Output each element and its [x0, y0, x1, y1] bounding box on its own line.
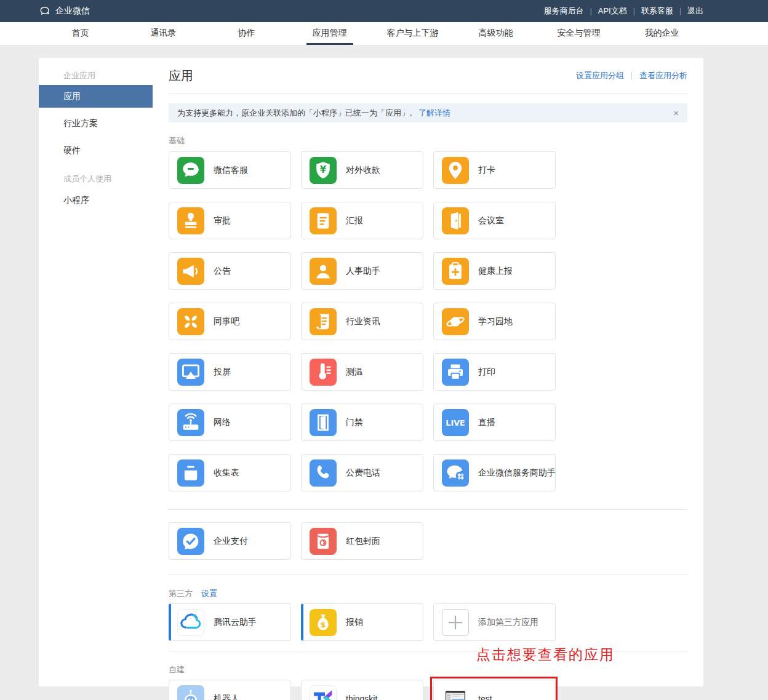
topbar-link-0[interactable]: 服务商后台 [544, 6, 584, 17]
app-card[interactable]: test [433, 680, 556, 700]
clipboard-plus-icon [442, 258, 469, 285]
app-label: 直播 [478, 417, 495, 428]
sidebar-item[interactable]: 行业方案 [39, 111, 153, 135]
notice-detail-link[interactable]: 了解详情 [418, 108, 450, 119]
app-label: 同事吧 [214, 316, 239, 327]
nav-tab-3[interactable]: 应用管理 [288, 22, 371, 45]
topbar-link-3[interactable]: 退出 [687, 6, 703, 17]
plus-icon [442, 609, 469, 636]
app-card[interactable]: 收集表 [169, 454, 291, 491]
app-card[interactable]: 机器人 [169, 680, 291, 700]
app-card[interactable]: 汇报 [301, 202, 423, 239]
app-label: test [478, 694, 492, 700]
app-card[interactable]: 红包封面 [301, 522, 423, 560]
section-label: 基础 [169, 135, 185, 146]
app-label: thingskit [346, 694, 377, 700]
collect-box-icon [177, 459, 204, 487]
location-pin-icon [442, 157, 469, 184]
tencent-cloud-icon [177, 609, 204, 636]
app-card[interactable]: 企业支付 [169, 522, 291, 560]
app-card[interactable]: 人事助手 [301, 252, 423, 290]
nav-tab-1[interactable]: 通讯录 [122, 22, 205, 45]
screen-cast-icon [177, 359, 204, 386]
app-card[interactable]: 腾讯云助手 [169, 603, 291, 641]
app-card[interactable]: 打印 [433, 353, 556, 391]
app-label: 门禁 [346, 417, 363, 428]
app-label: 对外收款 [346, 165, 380, 176]
app-label: 企业微信服务商助手 [478, 467, 556, 479]
section-action-link[interactable]: 设置 [201, 588, 217, 599]
app-card[interactable]: 门禁 [301, 404, 423, 441]
app-card[interactable]: 网络 [169, 404, 291, 441]
app-card[interactable]: 审批 [169, 202, 291, 239]
section-divider [169, 509, 687, 510]
pay-check-icon [177, 528, 204, 555]
app-card[interactable]: 测温 [301, 353, 423, 391]
notice-text: 为支持更多能力，原企业关联添加的「小程序」已统一为「应用」。 [177, 108, 417, 119]
section-head: 第三方设置 [169, 589, 687, 599]
app-card[interactable]: 公费电话 [301, 454, 423, 491]
nav-tab-0[interactable]: 首页 [39, 22, 122, 45]
person-icon [310, 258, 337, 285]
app-card[interactable]: LIVE直播 [433, 404, 556, 441]
section-label: 自建 [169, 664, 185, 675]
sidebar-item[interactable]: 硬件 [39, 138, 153, 162]
app-card[interactable]: 打卡 [433, 151, 556, 189]
header-action-0[interactable]: 设置应用分组 [576, 70, 624, 81]
close-icon[interactable]: × [673, 108, 679, 117]
app-card[interactable]: 行业资讯 [301, 303, 423, 340]
app-card[interactable]: 投屏 [169, 353, 291, 391]
robot-icon [177, 685, 204, 700]
section-head: 基础 [169, 136, 687, 146]
nav-tab-7[interactable]: 我的企业 [620, 22, 703, 45]
app-label: 微信客服 [214, 165, 248, 176]
sidebar: 企业应用应用行业方案硬件成员个人使用小程序 [39, 58, 153, 686]
sidebar-group-header: 成员个人使用 [39, 170, 153, 188]
app-card[interactable]: 学习园地 [433, 303, 556, 340]
app-grid: 机器人thingskittest创建应用·支持小程序 [169, 680, 687, 700]
pinwheel-icon [177, 308, 204, 335]
thingskit-logo-icon [310, 685, 337, 700]
app-card[interactable]: 会议室 [433, 202, 556, 239]
app-card[interactable]: 添加第三方应用 [433, 603, 556, 641]
app-card[interactable]: 健康上报 [433, 252, 556, 290]
topbar-separator: | [679, 7, 681, 15]
live-icon: LIVE [442, 409, 469, 436]
annotation-text: 点击想要查看的应用 [476, 645, 615, 664]
nav-tab-4[interactable]: 客户与上下游 [371, 22, 454, 45]
topbar-link-1[interactable]: API文档 [598, 6, 627, 17]
app-card[interactable]: 同事吧 [169, 303, 291, 340]
app-label: 审批 [214, 215, 231, 226]
content: 应用 设置应用分组查看应用分析 为支持更多能力，原企业关联添加的「小程序」已统一… [153, 58, 703, 700]
header-action-1[interactable]: 查看应用分析 [639, 70, 687, 81]
app-card[interactable]: thingskit [301, 680, 423, 700]
shield-yen-icon: ¥ [310, 157, 337, 184]
topbar-links: 服务商后台|API文档|联系客服|退出 [544, 6, 703, 17]
app-card[interactable]: ¥对外收款 [301, 151, 423, 189]
app-label: 报销 [346, 617, 363, 628]
section-divider: 点击想要查看的应用 [169, 651, 687, 651]
chat-bubble-icon [177, 157, 204, 184]
app-label: 打卡 [478, 165, 495, 176]
nav-tab-5[interactable]: 高级功能 [454, 22, 537, 45]
notice-banner: 为支持更多能力，原企业关联添加的「小程序」已统一为「应用」。了解详情 × [169, 103, 687, 122]
app-grid: 企业支付红包封面 [169, 522, 687, 560]
sidebar-item[interactable]: 应用 [39, 85, 153, 108]
app-card[interactable]: 企业微信服务商助手 [433, 454, 556, 491]
app-card[interactable]: 公告 [169, 252, 291, 290]
app-screenshot-icon [442, 685, 469, 700]
stamp-icon [177, 207, 204, 234]
thermometer-icon [310, 359, 337, 386]
brand: 企业微信 [39, 5, 90, 18]
app-card[interactable]: 微信客服 [169, 151, 291, 189]
nav-tab-6[interactable]: 安全与管理 [537, 22, 620, 45]
app-card[interactable]: $报销 [301, 603, 423, 641]
page-title: 应用 [169, 68, 193, 84]
nav-tab-2[interactable]: 协作 [205, 22, 288, 45]
topbar-link-2[interactable]: 联系客服 [641, 6, 673, 17]
app-label: 人事助手 [346, 266, 380, 277]
section-head: 自建 [169, 665, 687, 675]
sidebar-item[interactable]: 小程序 [39, 188, 153, 212]
app-label: 健康上报 [478, 266, 513, 277]
app-grid: 腾讯云助手$报销添加第三方应用 [169, 603, 687, 641]
